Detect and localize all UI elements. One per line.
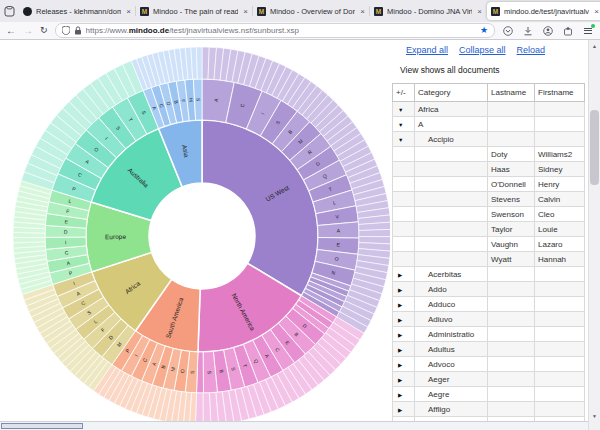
twisty-expand-icon[interactable]: ▶ [396, 272, 402, 278]
firstname-cell [535, 297, 585, 312]
table-row[interactable]: O'DonnellHenry [393, 177, 585, 192]
browser-tab-4[interactable]: M Mindoo - Domino JNA Virtu... × [370, 2, 487, 20]
close-tab-icon[interactable]: × [125, 7, 132, 16]
column-header-expand[interactable]: +/- [393, 84, 415, 102]
table-row[interactable]: ▶Adultus [393, 342, 585, 357]
lastname-cell [488, 267, 535, 282]
twisty-collapse-icon[interactable]: ▼ [396, 122, 403, 128]
twisty-expand-icon[interactable]: ▶ [396, 332, 402, 338]
navigation-bar: ← → ↻ https://www.mindoo.de/test/jnavirt… [0, 22, 600, 40]
table-row[interactable]: TaylorLouie [393, 222, 585, 237]
table-row[interactable]: ▼Accipio [393, 132, 585, 147]
view-caption: View shows all documents [400, 65, 588, 75]
category-cell: Adduco [415, 297, 488, 312]
category-cell [415, 162, 488, 177]
twisty-collapse-icon[interactable]: ▼ [396, 107, 403, 113]
table-row[interactable]: StevensCalvin [393, 192, 585, 207]
account-icon[interactable] [542, 25, 554, 37]
lastname-cell: Haas [488, 162, 535, 177]
twisty-expand-icon[interactable]: ▶ [396, 302, 402, 308]
browser-window: Releases - klehmann/domin... × M Mindoo … [0, 0, 600, 430]
downloads-icon[interactable] [522, 25, 534, 37]
browser-tab-1[interactable]: Releases - klehmann/domin... × [19, 2, 136, 20]
table-row[interactable]: ▼Africa [393, 102, 585, 117]
table-row[interactable]: WyattHannah [393, 252, 585, 267]
horizontal-scroll-thumb[interactable] [1, 423, 83, 429]
menu-icon[interactable] [582, 25, 594, 37]
twisty-expand-icon[interactable]: ▶ [396, 407, 402, 413]
sunburst-name-slice[interactable] [196, 47, 202, 79]
table-row[interactable]: ▶Advoco [393, 357, 585, 372]
column-header-firstname[interactable]: Firstname [535, 84, 585, 102]
browser-tab-3[interactable]: M Mindoo - Overview of Dom... × [253, 2, 370, 20]
horizontal-scrollbar[interactable] [0, 421, 588, 430]
github-icon [23, 7, 32, 16]
table-row[interactable]: ▼A [393, 117, 585, 132]
twisty-expand-icon[interactable]: ▶ [396, 287, 402, 293]
extensions-icon[interactable] [562, 25, 574, 37]
close-tab-icon[interactable]: × [593, 7, 600, 16]
category-cell: Addo [415, 282, 488, 297]
sunburst-chart[interactable]: ACISBMRDQTLVAEONUS WestDBECAQTSBSNorth A… [0, 40, 390, 430]
firstname-cell: Lazaro [535, 237, 585, 252]
vertical-scroll-thumb[interactable] [590, 110, 599, 185]
table-row[interactable]: ▶Adduco [393, 297, 585, 312]
sunburst-center[interactable] [149, 183, 255, 289]
browser-tab-2[interactable]: M Mindoo - The pain of readi... × [136, 2, 253, 20]
sunburst-region-label: Europe [105, 233, 126, 241]
pocket-icon[interactable] [502, 25, 514, 37]
twisty-expand-icon[interactable]: ▶ [396, 377, 402, 383]
firstname-cell: Sidney [535, 162, 585, 177]
table-row[interactable]: HaasSidney [393, 162, 585, 177]
scroll-up-icon[interactable]: ▲ [589, 40, 600, 51]
sunburst-letter-label: D [64, 229, 68, 235]
firstname-cell [535, 312, 585, 327]
table-row[interactable]: ▶Acerbitas [393, 267, 585, 282]
collapse-all-link[interactable]: Collapse all [459, 45, 506, 55]
table-row[interactable]: ▶Aegre [393, 387, 585, 402]
expand-all-link[interactable]: Expand all [406, 45, 448, 55]
lastname-cell [488, 402, 535, 417]
url-bar[interactable]: https://www.mindoo.de/test/jnavirtualvie… [55, 23, 495, 38]
table-row[interactable]: DotyWilliams2 [393, 147, 585, 162]
close-tab-icon[interactable]: × [476, 7, 483, 16]
vertical-scrollbar[interactable]: ▲ ▼ [588, 40, 600, 430]
sunburst-name-slice[interactable] [359, 229, 390, 236]
view-panel: Expand allCollapse allReload View shows … [390, 40, 588, 430]
table-row[interactable]: ▶Adiuvo [393, 312, 585, 327]
reload-icon[interactable]: ↻ [40, 26, 48, 35]
table-row[interactable]: SwensonCleo [393, 207, 585, 222]
close-tab-icon[interactable]: × [359, 7, 366, 16]
firstname-cell: Williams2 [535, 147, 585, 162]
twisty-expand-icon[interactable]: ▶ [396, 362, 402, 368]
category-cell [415, 222, 488, 237]
tab-title: Mindoo - Domino JNA Virtu... [387, 7, 472, 16]
lastname-cell: Taylor [488, 222, 535, 237]
back-icon[interactable]: ← [6, 26, 16, 36]
browser-tab-5-active[interactable]: M mindoo.de/test/jnavirtualvi... × [487, 2, 600, 20]
firstname-cell [535, 387, 585, 402]
table-row[interactable]: ▶Addo [393, 282, 585, 297]
twisty-collapse-icon[interactable]: ▼ [396, 137, 403, 143]
scroll-down-icon[interactable]: ▼ [589, 410, 600, 421]
firstname-cell [535, 102, 585, 117]
table-row[interactable]: ▶Aeger [393, 372, 585, 387]
reload-link[interactable]: Reload [517, 45, 546, 55]
twisty-expand-icon[interactable]: ▶ [396, 347, 402, 353]
twisty-expand-icon[interactable]: ▶ [396, 392, 402, 398]
sunburst-name-slice[interactable] [13, 237, 45, 243]
lock-icon[interactable] [74, 26, 82, 35]
column-header-lastname[interactable]: Lastname [488, 84, 535, 102]
table-row[interactable]: ▶Affligo [393, 402, 585, 417]
tracking-protection-shield-icon[interactable] [62, 26, 70, 35]
table-row[interactable]: VaughnLazaro [393, 237, 585, 252]
firefox-view-icon[interactable] [4, 3, 15, 19]
bookmark-star-icon[interactable]: ★ [480, 26, 488, 35]
table-row[interactable]: ▶Administratio [393, 327, 585, 342]
twisty-expand-icon[interactable]: ▶ [396, 317, 402, 323]
category-cell: Accipio [415, 132, 488, 147]
firstname-cell: Henry [535, 177, 585, 192]
close-tab-icon[interactable]: × [242, 7, 249, 16]
category-cell: Adiuvo [415, 312, 488, 327]
column-header-category[interactable]: Category [415, 84, 488, 102]
